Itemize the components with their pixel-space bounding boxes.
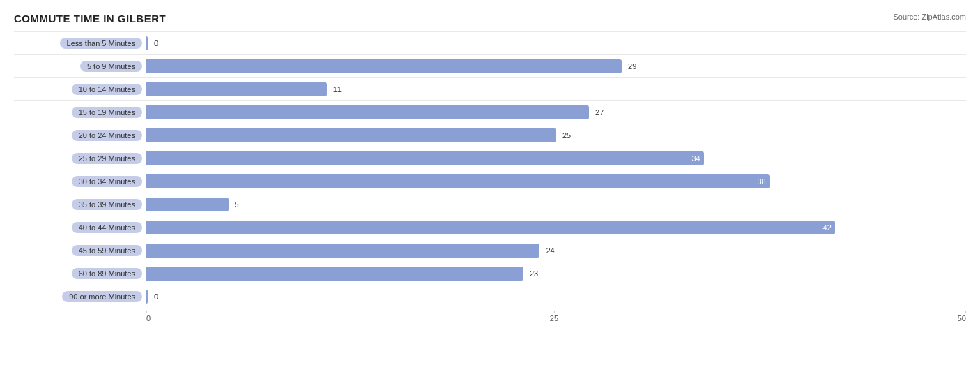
bar-label: 60 to 89 Minutes [14,268,146,279]
bar-track: 5 [146,193,966,216]
x-axis-tick: 50 [958,314,966,322]
bar-fill: 23 [146,267,523,281]
bar-value: 23 [527,269,538,278]
bar-track: 27 [146,101,966,124]
bar-fill: 38 [146,174,770,188]
bar-track: 0 [146,285,966,308]
bar-row: 45 to 59 Minutes24 [14,239,966,262]
bar-label: 25 to 29 Minutes [14,153,146,164]
bar-label: 35 to 39 Minutes [14,199,146,210]
bar-fill: 27 [146,105,589,119]
bar-value: 27 [592,108,604,117]
bar-row: 25 to 29 Minutes34 [14,147,966,170]
bar-track: 11 [146,78,966,100]
bar-value: 0 [151,39,158,47]
x-axis-inner: 02550 [146,311,966,322]
bar-row: 90 or more Minutes0 [14,285,966,308]
bar-track: 24 [146,239,966,262]
bar-fill: 0 [146,36,148,50]
bar-row: 35 to 39 Minutes5 [14,193,966,216]
bar-track: 0 [146,32,966,54]
bar-track: 38 [146,170,966,193]
bar-label: Less than 5 Minutes [14,38,146,49]
bar-track: 42 [146,216,966,239]
bar-row: 15 to 19 Minutes27 [14,100,966,124]
bar-fill: 25 [146,128,556,142]
bar-value: 42 [823,223,832,232]
bar-fill: 0 [146,290,148,304]
bar-label: 45 to 59 Minutes [14,245,146,256]
chart-header: COMMUTE TIME IN GILBERT Source: ZipAtlas… [14,13,966,24]
bar-fill: 34 [146,151,704,165]
chart-source: Source: ZipAtlas.com [893,13,966,21]
bar-fill: 42 [146,221,835,234]
chart-area: Less than 5 Minutes05 to 9 Minutes2910 t… [14,31,966,308]
bar-fill: 5 [146,198,229,211]
chart-title: COMMUTE TIME IN GILBERT [14,13,166,24]
bar-row: Less than 5 Minutes0 [14,31,966,54]
bar-value: 29 [625,62,636,70]
bar-track: 29 [146,55,966,77]
bar-fill: 11 [146,82,327,96]
bar-row: 30 to 34 Minutes38 [14,170,966,193]
bar-row: 20 to 24 Minutes25 [14,124,966,147]
bar-label: 30 to 34 Minutes [14,176,146,187]
bar-label: 40 to 44 Minutes [14,222,146,233]
chart-container: COMMUTE TIME IN GILBERT Source: ZipAtlas… [0,0,980,365]
x-axis: 02550 [14,311,966,322]
bar-row: 60 to 89 Minutes23 [14,262,966,285]
bar-value: 34 [691,154,700,163]
bar-label: 10 to 14 Minutes [14,84,146,95]
bar-label: 15 to 19 Minutes [14,107,146,118]
bar-value: 0 [151,292,158,301]
bar-label: 20 to 24 Minutes [14,130,146,141]
bar-fill: 24 [146,244,539,258]
bar-value: 38 [758,177,766,186]
bar-track: 23 [146,262,966,285]
bar-label: 5 to 9 Minutes [14,61,146,72]
bar-value: 5 [232,200,239,209]
bar-fill: 29 [146,59,622,73]
bar-value: 11 [330,85,342,94]
x-axis-tick: 0 [146,314,151,322]
x-axis-tick: 25 [550,314,558,322]
bar-value: 24 [543,246,554,255]
bar-track: 34 [146,147,966,170]
bar-label: 90 or more Minutes [14,291,146,302]
bar-track: 25 [146,124,966,147]
bar-value: 25 [560,131,571,140]
bar-row: 10 to 14 Minutes11 [14,77,966,100]
bar-row: 40 to 44 Minutes42 [14,216,966,239]
bar-row: 5 to 9 Minutes29 [14,54,966,77]
